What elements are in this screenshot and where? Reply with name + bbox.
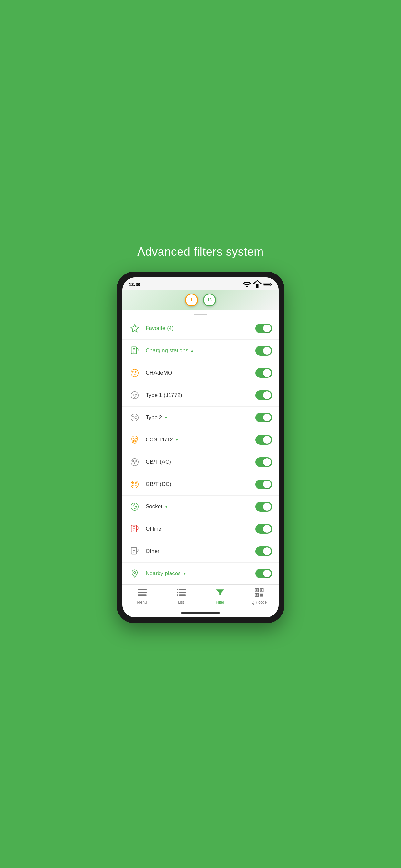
nav-filter[interactable]: Filter: [201, 588, 240, 604]
status-icons: [243, 280, 272, 289]
svg-rect-2: [271, 284, 272, 285]
map-marker-2: 13: [203, 293, 216, 306]
qr-label: QR code: [251, 600, 267, 604]
svg-rect-80: [260, 595, 261, 596]
type1-icon: [129, 390, 141, 401]
filter-item-favorite: Favorite (4): [122, 317, 279, 340]
nav-list[interactable]: List: [161, 588, 201, 604]
chademo-toggle[interactable]: [255, 368, 272, 378]
socket-toggle[interactable]: [255, 502, 272, 512]
socket-icon: [129, 501, 141, 513]
favorite-label: Favorite (4): [146, 325, 255, 332]
chevron-down-icon: ▼: [164, 415, 168, 420]
ccs-label: CCS T1/T2 ▼: [146, 437, 255, 443]
chevron-down-icon-3: ▼: [164, 504, 168, 509]
svg-point-54: [136, 485, 136, 485]
svg-rect-71: [179, 594, 185, 596]
svg-rect-81: [262, 595, 263, 596]
filter-item-charging: Charging stations ▲: [122, 340, 279, 362]
star-icon: [129, 322, 141, 334]
svg-rect-65: [137, 594, 147, 596]
menu-label: Menu: [137, 600, 147, 604]
svg-point-38: [135, 441, 136, 442]
filter-list: Favorite (4) Charging stations ▲: [122, 317, 279, 585]
svg-rect-3: [264, 283, 270, 285]
filter-item-gbt-dc: GB/T (DC): [122, 473, 279, 496]
svg-rect-66: [177, 589, 178, 590]
svg-point-25: [135, 418, 136, 419]
svg-rect-19: [134, 396, 135, 397]
other-toggle[interactable]: [255, 547, 272, 556]
svg-point-56: [133, 505, 136, 508]
nav-qr[interactable]: QR code: [240, 588, 279, 604]
chademo-label: CHAdeMO: [146, 370, 255, 376]
svg-point-26: [133, 416, 133, 416]
chevron-down-icon-4: ▼: [183, 571, 187, 576]
svg-point-10: [133, 372, 133, 372]
filter-item-socket: Socket ▼: [122, 496, 279, 518]
svg-rect-67: [179, 589, 185, 590]
svg-point-50: [136, 483, 136, 484]
nearby-toggle[interactable]: [255, 569, 272, 578]
svg-point-27: [136, 416, 136, 416]
svg-rect-79: [262, 593, 263, 594]
favorite-toggle[interactable]: [255, 323, 272, 333]
filter-item-offline: Offline: [122, 518, 279, 540]
nav-menu[interactable]: Menu: [122, 588, 161, 604]
wifi-icon: [243, 280, 251, 289]
svg-point-17: [133, 394, 134, 395]
svg-point-23: [134, 416, 135, 417]
handle-bar: [194, 314, 207, 315]
status-time: 12:30: [129, 282, 141, 287]
gbt-ac-toggle[interactable]: [255, 457, 272, 467]
svg-rect-63: [137, 589, 147, 590]
filter-item-ccs: CCS T1/T2 ▼: [122, 429, 279, 451]
offline-toggle[interactable]: [255, 524, 272, 534]
home-indicator: [122, 610, 279, 617]
svg-point-53: [133, 485, 133, 485]
svg-rect-75: [261, 589, 262, 591]
svg-point-18: [135, 394, 136, 395]
svg-point-11: [136, 372, 136, 372]
charging-toggle[interactable]: [255, 346, 272, 355]
list-icon: [177, 588, 186, 599]
svg-marker-4: [131, 324, 138, 332]
chevron-down-icon-2: ▼: [175, 438, 179, 442]
svg-point-37: [133, 441, 134, 442]
other-icon: [129, 546, 141, 557]
gbt-ac-label: GB/T (AC): [146, 459, 255, 465]
type2-toggle[interactable]: [255, 413, 272, 423]
filter-item-other: Other: [122, 540, 279, 562]
svg-point-39: [131, 458, 138, 465]
signal-icon: [253, 280, 262, 289]
type1-toggle[interactable]: [255, 391, 272, 400]
phone-frame: 12:30 1 13: [117, 272, 284, 623]
ccs-icon: [129, 434, 141, 445]
page-title: Advanced filters system: [137, 245, 264, 259]
filter-item-nearby: Nearby places ▼: [122, 562, 279, 585]
ccs-toggle[interactable]: [255, 435, 272, 445]
nearby-label: Nearby places ▼: [146, 570, 255, 577]
svg-point-14: [131, 392, 138, 399]
svg-rect-73: [256, 589, 257, 591]
svg-rect-77: [256, 594, 257, 595]
charging-label: Charging stations ▲: [146, 347, 255, 354]
svg-point-62: [134, 571, 135, 573]
offline-label: Offline: [146, 526, 255, 532]
location-icon: [129, 568, 141, 579]
other-label: Other: [146, 548, 255, 554]
gbt-dc-toggle[interactable]: [255, 479, 272, 489]
offline-icon: [129, 523, 141, 535]
filter-item-type2: Type 2 ▼: [122, 407, 279, 429]
svg-rect-0: [256, 284, 258, 288]
gbt-ac-icon: [129, 456, 141, 468]
sheet-handle: [122, 310, 279, 317]
chademo-icon: [129, 367, 141, 379]
gbt-dc-icon: [129, 478, 141, 490]
filter-item-gbt-ac: GB/T (AC): [122, 451, 279, 473]
type1-label: Type 1 (J1772): [146, 392, 255, 399]
bottom-nav: Menu List: [122, 585, 279, 610]
svg-point-45: [134, 463, 135, 463]
list-label: List: [178, 600, 184, 604]
home-bar: [181, 612, 220, 614]
